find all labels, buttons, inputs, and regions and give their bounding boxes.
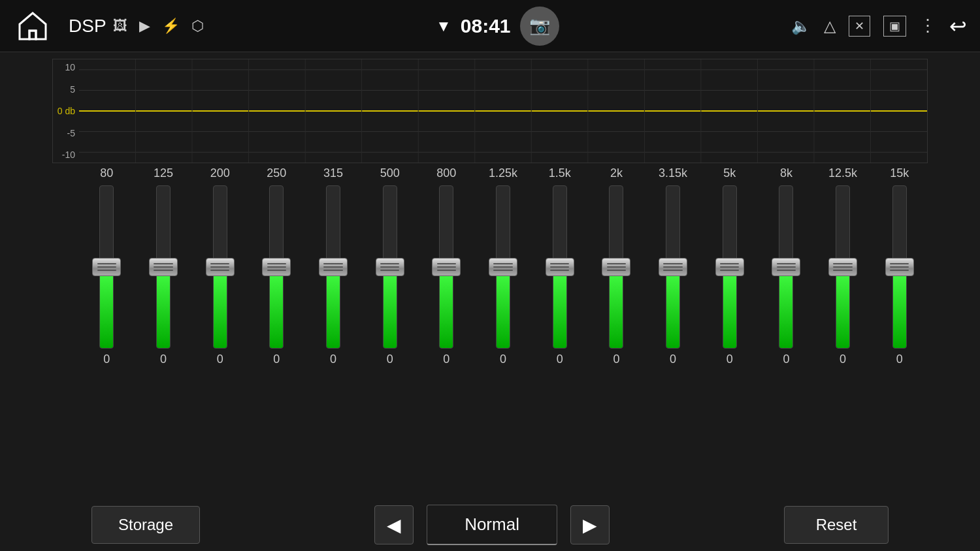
triangle-icon: △ — [824, 17, 836, 35]
slider-thumb-1[interactable] — [149, 258, 178, 276]
slider-thumb-9[interactable] — [602, 258, 630, 276]
slider-thumb-13[interactable] — [828, 258, 857, 276]
sliders-area: 0 0 0 — [52, 185, 928, 499]
slider-track-13[interactable] — [836, 185, 850, 349]
slider-track-11[interactable] — [723, 185, 737, 349]
more-icon[interactable]: ⋮ — [919, 16, 936, 36]
slider-col-7: 0 — [475, 185, 532, 366]
slider-fill-12 — [779, 267, 792, 348]
camera-button[interactable]: 📷 — [520, 7, 559, 46]
slider-value-14: 0 — [896, 353, 903, 366]
slider-track-5[interactable] — [383, 185, 397, 349]
bluetooth-icon: ⚡ — [162, 18, 180, 35]
slider-track-7[interactable] — [496, 185, 510, 349]
freq-250: 250 — [248, 166, 305, 180]
slider-fill-3 — [270, 267, 283, 348]
play-icon: ▶ — [139, 18, 150, 35]
slider-thumb-6[interactable] — [432, 258, 461, 276]
close-icon[interactable]: ✕ — [849, 16, 870, 37]
slider-col-13: 0 — [815, 185, 872, 366]
slider-thumb-2[interactable] — [206, 258, 235, 276]
slider-col-12: 0 — [758, 185, 815, 366]
home-button[interactable] — [13, 8, 52, 44]
slider-thumb-7[interactable] — [489, 258, 517, 276]
freq-2k: 2k — [588, 166, 645, 180]
slider-fill-13 — [836, 267, 849, 348]
slider-thumb-14[interactable] — [885, 258, 914, 276]
slider-value-4: 0 — [330, 353, 336, 366]
freq-800: 800 — [418, 166, 475, 180]
slider-track-3[interactable] — [269, 185, 284, 349]
preset-area: ◀ Normal ▶ — [374, 505, 610, 545]
freq-500: 500 — [361, 166, 418, 180]
freq-5k: 5k — [701, 166, 758, 180]
slider-value-9: 0 — [613, 353, 619, 366]
slider-col-11: 0 — [701, 185, 758, 366]
graph-label-n5: -5 — [53, 128, 79, 138]
freq-1500: 1.5k — [531, 166, 588, 180]
slider-value-5: 0 — [387, 353, 393, 366]
slider-track-4[interactable] — [326, 185, 340, 349]
slider-thumb-12[interactable] — [772, 258, 800, 276]
app-title: DSP — [69, 16, 106, 37]
slider-track-9[interactable] — [609, 185, 623, 349]
slider-fill-10 — [666, 267, 679, 348]
window-icon[interactable]: ▣ — [883, 16, 906, 37]
slider-thumb-5[interactable] — [376, 258, 404, 276]
graph-label-n10: -10 — [53, 150, 79, 160]
back-button[interactable]: ↩ — [949, 14, 967, 39]
slider-track-6[interactable] — [439, 185, 453, 349]
slider-thumb-8[interactable] — [546, 258, 574, 276]
slider-value-6: 0 — [443, 353, 449, 366]
slider-fill-9 — [610, 267, 623, 348]
status-center: ▼ 08:41 📷 — [436, 7, 559, 46]
slider-fill-4 — [327, 267, 340, 348]
graph-label-10: 10 — [53, 62, 79, 72]
status-right: 🔈 △ ✕ ▣ ⋮ ↩ — [791, 14, 967, 39]
prev-preset-button[interactable]: ◀ — [374, 505, 414, 544]
preset-name-button[interactable]: Normal — [427, 505, 557, 545]
slider-fill-6 — [440, 267, 453, 348]
freq-15k: 15k — [871, 166, 928, 180]
freq-1250: 1.25k — [475, 166, 532, 180]
slider-col-14: 0 — [871, 185, 928, 366]
image-icon: 🖼 — [113, 18, 127, 35]
storage-button[interactable]: Storage — [91, 506, 200, 544]
notification-icons: 🖼 ▶ ⚡ ⬡ — [113, 18, 204, 35]
reset-button[interactable]: Reset — [784, 506, 889, 544]
slider-value-0: 0 — [103, 353, 110, 366]
slider-thumb-10[interactable] — [659, 258, 687, 276]
slider-fill-1 — [157, 267, 170, 348]
slider-track-2[interactable] — [213, 185, 227, 349]
slider-track-0[interactable] — [99, 185, 114, 349]
slider-track-12[interactable] — [779, 185, 793, 349]
slider-value-12: 0 — [783, 353, 789, 366]
slider-track-1[interactable] — [156, 185, 171, 349]
slider-fill-8 — [553, 267, 566, 348]
wifi-icon: ▼ — [436, 17, 451, 35]
slider-track-10[interactable] — [666, 185, 680, 349]
slider-track-8[interactable] — [553, 185, 567, 349]
bottom-bar: Storage ◀ Normal ▶ Reset — [52, 499, 928, 551]
main-content: 10 5 0 db -5 -10 — [0, 52, 980, 551]
slider-col-3: 0 — [248, 185, 305, 366]
slider-fill-2 — [214, 267, 227, 348]
volume-icon: 🔈 — [791, 17, 811, 35]
slider-thumb-11[interactable] — [715, 258, 744, 276]
usb-icon: ⬡ — [191, 18, 204, 35]
slider-track-14[interactable] — [892, 185, 907, 349]
slider-thumb-0[interactable] — [92, 258, 121, 276]
slider-value-1: 0 — [160, 353, 167, 366]
freq-200: 200 — [191, 166, 248, 180]
graph-y-labels: 10 5 0 db -5 -10 — [53, 59, 79, 163]
slider-fill-7 — [497, 267, 510, 348]
eq-grid — [79, 59, 927, 163]
status-bar: DSP 🖼 ▶ ⚡ ⬡ ▼ 08:41 📷 🔈 △ ✕ ▣ ⋮ ↩ — [0, 0, 980, 52]
svg-marker-0 — [20, 13, 46, 39]
slider-fill-11 — [723, 267, 736, 348]
slider-fill-14 — [893, 267, 906, 348]
slider-thumb-4[interactable] — [319, 258, 348, 276]
next-preset-button[interactable]: ▶ — [570, 505, 610, 544]
slider-col-8: 0 — [531, 185, 588, 366]
slider-thumb-3[interactable] — [262, 258, 291, 276]
